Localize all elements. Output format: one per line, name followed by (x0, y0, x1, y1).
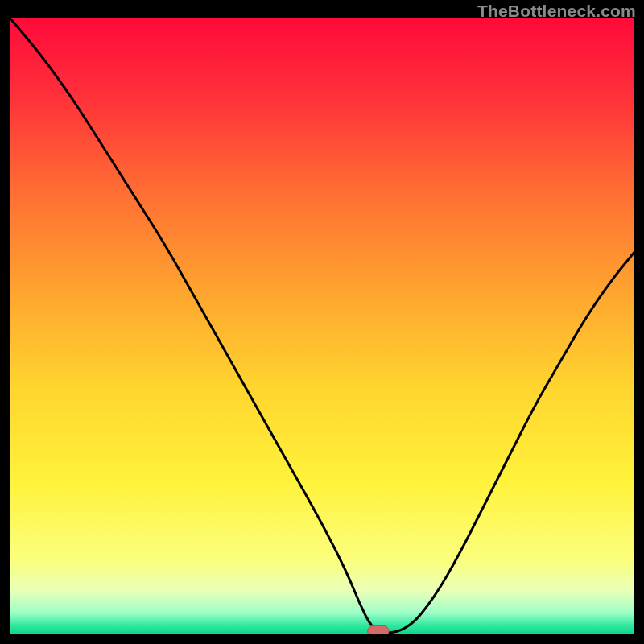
chart-svg (10, 18, 634, 634)
chart-plot-area (10, 18, 634, 634)
chart-frame: TheBottleneck.com (0, 0, 644, 644)
chart-background (10, 18, 634, 634)
marker-optimum-marker (368, 625, 389, 634)
